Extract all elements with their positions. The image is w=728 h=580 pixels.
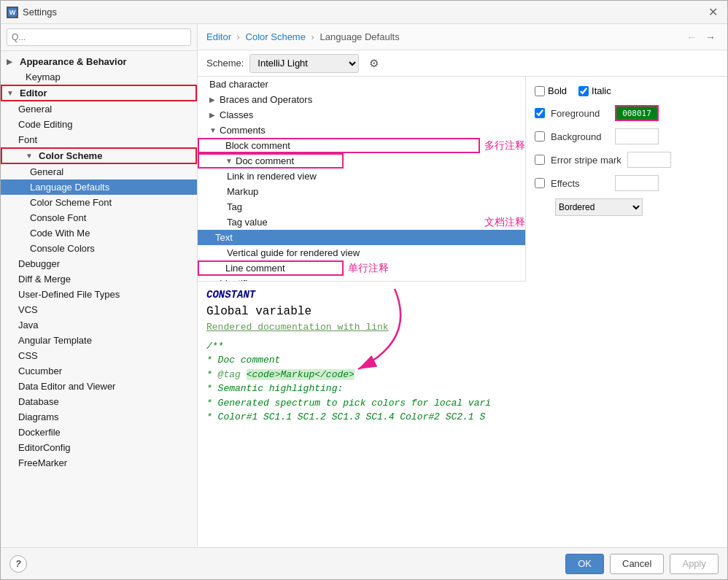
token-markup[interactable]: Markup [198, 184, 525, 199]
effects-type-select[interactable]: Bordered [555, 198, 643, 216]
error-stripe-row: Error stripe mark [535, 152, 719, 168]
token-identifiers[interactable]: ▶ Identifiers [198, 276, 525, 281]
expand-icon: ▼ [209, 126, 220, 134]
sidebar-item-console-font[interactable]: Console Font [1, 210, 197, 225]
sidebar-item-debugger[interactable]: Debugger [1, 256, 197, 271]
foreground-color-picker[interactable]: 008017 [615, 105, 659, 121]
italic-checkbox[interactable] [578, 86, 589, 96]
breadcrumb-sep2: › [311, 31, 317, 42]
breadcrumb-editor[interactable]: Editor [206, 31, 231, 42]
sidebar-item-cs-general[interactable]: General [1, 164, 197, 179]
properties-panel: Bold Italic Foreground 008017 [526, 77, 727, 547]
close-button[interactable]: ✕ [704, 4, 721, 21]
token-vertical-guide[interactable]: Vertical guide for rendered view [198, 245, 525, 260]
foreground-color-value: 008017 [622, 109, 651, 118]
token-tag-value[interactable]: Tag value [198, 214, 480, 230]
error-stripe-checkbox[interactable] [535, 155, 545, 165]
token-text[interactable]: Text [198, 230, 525, 245]
token-label: Line comment [225, 263, 285, 274]
bottom-bar: ? OK Cancel Apply [1, 547, 727, 579]
scheme-select[interactable]: IntelliJ Light [249, 54, 359, 73]
token-line-comment[interactable]: Line comment [198, 260, 344, 276]
nav-forward-button[interactable]: → [702, 29, 719, 45]
bold-checkbox[interactable] [535, 86, 545, 96]
sidebar-item-diagrams[interactable]: Diagrams [1, 409, 197, 425]
token-braces[interactable]: ▶ Braces and Operators [198, 92, 525, 107]
sidebar-item-editorconfig[interactable]: EditorConfig [1, 440, 197, 455]
sidebar-item-editor[interactable]: ▼ Editor [1, 85, 197, 101]
sidebar-item-data-editor[interactable]: Data Editor and Viewer [1, 379, 197, 394]
effects-checkbox[interactable] [535, 178, 545, 188]
token-classes[interactable]: ▶ Classes [198, 107, 525, 123]
sidebar-item-diff-merge[interactable]: Diff & Merge [1, 271, 197, 287]
cancel-button[interactable]: Cancel [610, 554, 664, 574]
token-label: Tag [227, 201, 242, 212]
preview-global-var: Global variable [206, 303, 517, 320]
ok-button[interactable]: OK [565, 554, 604, 574]
sidebar-item-label: Keymap [26, 71, 61, 82]
sidebar-item-dockerfile[interactable]: Dockerfile [1, 425, 197, 440]
sidebar-item-general[interactable]: General [1, 101, 197, 117]
token-line-comment-row: Line comment 单行注释 [198, 260, 525, 276]
sidebar-item-label: CSS [18, 350, 38, 361]
search-input[interactable] [7, 28, 191, 46]
effects-label: Effects [551, 178, 609, 189]
preview-area: CONSTANT Global variable Rendered docume… [198, 281, 526, 547]
sidebar-item-cs-font[interactable]: Color Scheme Font [1, 195, 197, 210]
sidebar-item-label: Diagrams [18, 411, 59, 422]
token-doc-comment[interactable]: ▼ Doc comment [198, 153, 344, 169]
main-panel: Editor › Color Scheme › Language Default… [198, 24, 727, 547]
background-color-picker[interactable] [615, 128, 659, 144]
sidebar-item-code-with-me[interactable]: Code With Me [1, 225, 197, 241]
bold-italic-section: Bold Italic [535, 85, 719, 96]
sidebar-item-user-defined[interactable]: User-Defined File Types [1, 287, 197, 302]
sidebar-item-color-scheme[interactable]: ▼ Color Scheme [1, 147, 197, 164]
sidebar-item-database[interactable]: Database [1, 394, 197, 409]
token-block-comment-row: Block comment 多行注释 [198, 138, 525, 153]
error-stripe-color-picker[interactable] [627, 152, 671, 168]
sidebar-item-cucumber[interactable]: Cucumber [1, 363, 197, 379]
token-block-comment[interactable]: Block comment [198, 138, 480, 153]
foreground-checkbox[interactable] [535, 108, 545, 118]
breadcrumb-color-scheme[interactable]: Color Scheme [246, 31, 306, 42]
token-comments[interactable]: ▼ Comments [198, 123, 525, 138]
preview-content: CONSTANT Global variable Rendered docume… [206, 287, 517, 425]
token-bad-character[interactable]: Bad character [198, 77, 525, 92]
token-tag[interactable]: Tag [198, 199, 525, 214]
token-label: Text [215, 232, 233, 243]
sidebar-item-label: Cucumber [18, 366, 62, 376]
sidebar-item-angular[interactable]: Angular Template [1, 333, 197, 348]
sidebar-item-vcs[interactable]: VCS [1, 302, 197, 317]
effects-color-picker[interactable] [615, 175, 659, 191]
expand-icon: ▶ [7, 58, 17, 66]
expand-icon: ▶ [209, 111, 220, 119]
nav-back-button[interactable]: ← [684, 29, 700, 45]
preview-constant: CONSTANT [206, 287, 517, 303]
apply-button[interactable]: Apply [670, 554, 719, 574]
foreground-row: Foreground 008017 [535, 105, 719, 121]
sidebar-item-console-colors[interactable]: Console Colors [1, 241, 197, 256]
token-tree: Bad character ▶ Braces and Operators ▶ C… [198, 77, 526, 281]
breadcrumb-language-defaults: Language Defaults [320, 31, 400, 42]
sidebar-item-css[interactable]: CSS [1, 348, 197, 363]
annotation-block-comment: 多行注释 [484, 139, 525, 152]
settings-tree: ▶ Appearance & Behavior Keymap ▼ Editor … [1, 51, 197, 547]
background-checkbox[interactable] [535, 131, 545, 142]
content-area: ▶ Appearance & Behavior Keymap ▼ Editor … [1, 24, 727, 547]
sidebar-item-font[interactable]: Font [1, 132, 197, 147]
token-section: Bad character ▶ Braces and Operators ▶ C… [198, 77, 526, 547]
sidebar-item-freemaker[interactable]: FreeMarker [1, 455, 197, 471]
token-link-rendered[interactable]: Link in rendered view [198, 169, 525, 184]
sidebar-item-keymap[interactable]: Keymap [1, 69, 197, 85]
error-stripe-label: Error stripe mark [551, 155, 621, 166]
foreground-label: Foreground [551, 108, 609, 119]
bold-item: Bold [535, 85, 567, 96]
token-label: Doc comment [236, 155, 294, 166]
help-button[interactable]: ? [9, 555, 27, 573]
sidebar-item-java[interactable]: Java [1, 317, 197, 333]
sidebar-item-appearance[interactable]: ▶ Appearance & Behavior [1, 54, 197, 69]
sidebar-item-code-editing[interactable]: Code Editing [1, 117, 197, 132]
scheme-gear-button[interactable]: ⚙ [365, 55, 382, 72]
token-label: Markup [227, 186, 258, 197]
sidebar-item-language-defaults[interactable]: Language Defaults [1, 179, 197, 195]
